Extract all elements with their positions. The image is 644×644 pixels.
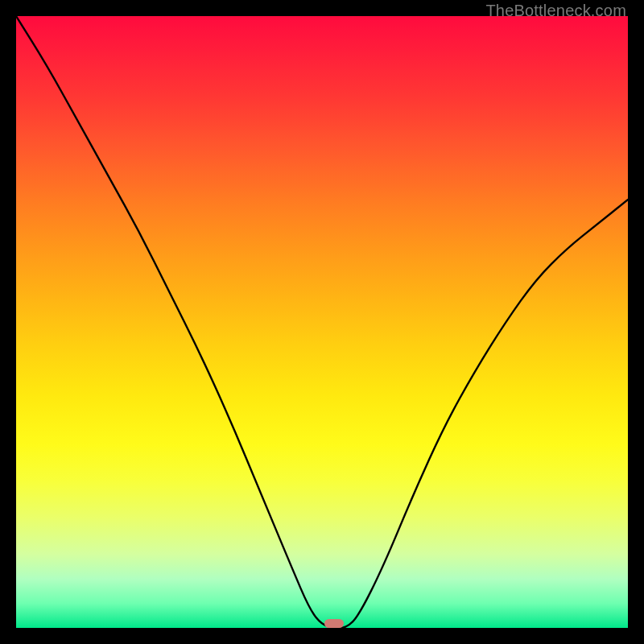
optimal-marker	[324, 619, 344, 628]
watermark-text: TheBottleneck.com	[485, 2, 626, 20]
plot-area	[16, 16, 628, 628]
chart-frame: TheBottleneck.com	[0, 0, 644, 644]
bottleneck-curve	[16, 16, 628, 628]
